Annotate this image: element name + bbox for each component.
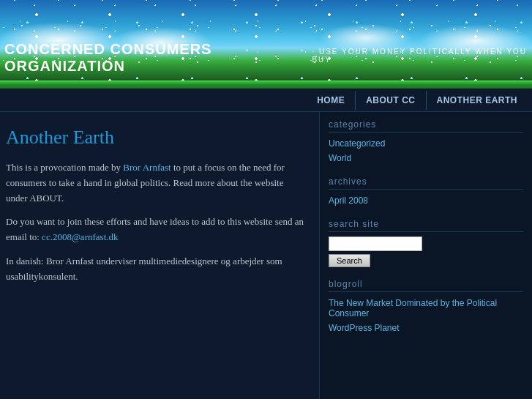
archives-section: archives April 2008: [329, 176, 523, 207]
blogroll-link-2[interactable]: WordPress Planet: [329, 321, 523, 335]
nav-item-home[interactable]: HOME: [307, 91, 355, 110]
blogroll-link-1[interactable]: The New Market Dominated by the Politica…: [329, 297, 523, 320]
main-container: Another Earth This is a provocation made…: [0, 112, 532, 399]
header-title-bar: CONCERNED CONSUMERS ORGANIZATION · USE Y…: [0, 41, 532, 75]
site-header: CONCERNED CONSUMERS ORGANIZATION · USE Y…: [0, 0, 532, 81]
categories-label: categories: [329, 119, 523, 133]
categories-section: categories Uncategorized World: [329, 119, 523, 165]
nav-item-another-earth[interactable]: ANOTHER EARTH: [426, 91, 528, 110]
site-tagline: · USE YOUR MONEY POLITICALLY WHEN YOU BU…: [312, 48, 528, 64]
paragraph-2: Do you want to join these efforts and ha…: [6, 215, 307, 245]
content-area: Another Earth This is a provocation made…: [0, 112, 320, 399]
para3-text: In danish: Bror Arnfast underviser multi…: [6, 256, 282, 282]
page-heading: Another Earth: [6, 127, 307, 149]
search-button[interactable]: Search: [329, 254, 370, 267]
search-label: search site: [329, 219, 523, 232]
bror-arnfast-link[interactable]: Bror Arnfast: [123, 162, 171, 173]
paragraph-1: This is a provocation made by Bror Arnfa…: [6, 160, 307, 206]
email-link[interactable]: cc.2008@arnfast.dk: [42, 231, 118, 242]
paragraph-3: In danish: Bror Arnfast underviser multi…: [6, 254, 307, 285]
search-input[interactable]: [329, 236, 422, 251]
para1-text-before: This is a provocation made by: [6, 162, 123, 173]
nav-item-about-cc[interactable]: ABOUT CC: [355, 91, 425, 110]
sidebar: categories Uncategorized World archives …: [320, 112, 532, 399]
blogroll-section: blogroll The New Market Dominated by the…: [329, 279, 523, 335]
category-uncategorized[interactable]: Uncategorized: [329, 137, 523, 150]
site-title: CONCERNED CONSUMERS ORGANIZATION: [4, 41, 306, 75]
archives-label: archives: [329, 176, 523, 190]
blogroll-label: blogroll: [329, 279, 523, 292]
nav-bar: HOME ABOUT CC ANOTHER EARTH: [0, 89, 532, 112]
green-bar: [0, 81, 532, 86]
category-world[interactable]: World: [329, 152, 523, 165]
archive-april-2008[interactable]: April 2008: [329, 194, 523, 207]
search-section: search site Search: [329, 219, 523, 267]
